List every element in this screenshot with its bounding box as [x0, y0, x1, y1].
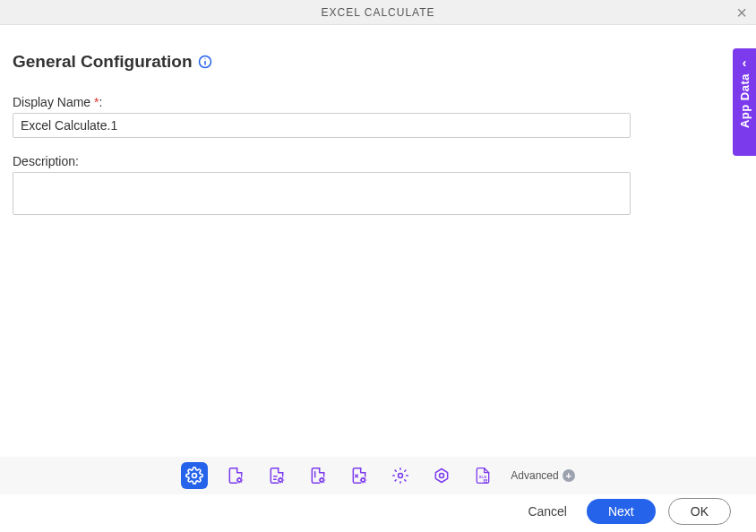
display-name-field-group: Display Name *: [13, 95, 743, 138]
content-area: General Configuration Display Name *: De… [0, 25, 756, 219]
section-title: General Configuration [13, 52, 193, 72]
modal-header: EXCEL CALCULATE × [0, 0, 756, 25]
tab-sheet-config-4[interactable] [346, 462, 373, 489]
button-row: Cancel Next OK [0, 494, 756, 532]
plus-circle-icon: + [563, 469, 575, 482]
svg-rect-13 [486, 479, 488, 481]
tab-sheet-config-2[interactable] [263, 462, 290, 489]
tab-general-config[interactable] [181, 462, 208, 489]
advanced-label: Advanced [511, 469, 558, 482]
modal-title: EXCEL CALCULATE [321, 6, 434, 19]
svg-rect-14 [484, 482, 485, 484]
cancel-button[interactable]: Cancel [520, 499, 574, 524]
step-toolbar: XLS Advanced + [0, 457, 756, 494]
chevron-left-icon: ‹ [743, 56, 747, 70]
svg-rect-15 [486, 482, 488, 484]
ok-button[interactable]: OK [668, 498, 731, 525]
svg-text:XLS: XLS [479, 475, 486, 479]
tab-settings-gear[interactable] [387, 462, 414, 489]
next-button[interactable]: Next [587, 499, 656, 524]
description-field-group: Description: [13, 154, 743, 219]
description-label: Description: [13, 154, 743, 168]
description-input[interactable] [13, 172, 631, 215]
tab-sheet-config-3[interactable] [305, 462, 331, 489]
svg-point-10 [440, 474, 444, 478]
tab-xls-output[interactable]: XLS [469, 462, 496, 489]
bottom-region: XLS Advanced + Cancel Next OK [0, 457, 756, 532]
advanced-toggle[interactable]: Advanced + [511, 469, 574, 482]
tab-process-gear[interactable] [428, 462, 455, 489]
section-title-row: General Configuration [13, 52, 743, 72]
side-tab-app-data[interactable]: ‹ App Data [733, 48, 756, 156]
svg-marker-9 [436, 469, 448, 483]
tab-sheet-config-1[interactable] [222, 462, 249, 489]
close-icon[interactable]: × [736, 4, 747, 21]
svg-rect-12 [484, 479, 485, 481]
svg-point-8 [399, 474, 403, 478]
svg-point-2 [204, 58, 205, 59]
side-tab-label: App Data [738, 73, 752, 128]
display-name-label: Display Name *: [13, 95, 743, 109]
info-icon[interactable] [198, 55, 212, 69]
svg-point-3 [193, 474, 197, 478]
display-name-input[interactable] [13, 113, 631, 138]
